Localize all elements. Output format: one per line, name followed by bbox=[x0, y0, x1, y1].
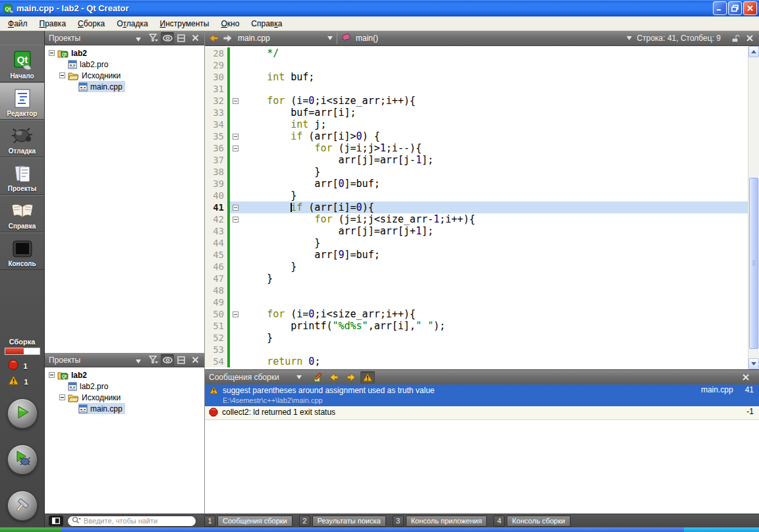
menu-item-tools[interactable]: Инструменты bbox=[154, 16, 215, 30]
tree-item-main.cpp[interactable]: main.cpp bbox=[45, 403, 204, 414]
toggle-sidebar-icon[interactable] bbox=[49, 516, 63, 526]
panel-button-4[interactable]: 4Консоль сборки bbox=[493, 516, 570, 527]
panel-dropdown-arrow-icon[interactable] bbox=[84, 32, 141, 44]
menu-item-edit[interactable]: Правка bbox=[34, 16, 72, 30]
build-message-error[interactable]: collect2: ld returned 1 exit status-1 bbox=[205, 406, 759, 420]
start-button-edge[interactable] bbox=[0, 527, 61, 532]
code-line-35[interactable]: 35 if (arr[i]>0) { bbox=[205, 130, 748, 142]
scroll-down-icon[interactable] bbox=[748, 358, 759, 369]
code-line-49[interactable]: 49 bbox=[205, 296, 748, 308]
menu-item-file[interactable]: Файл bbox=[2, 16, 34, 30]
close-output-icon[interactable] bbox=[739, 371, 753, 384]
code-line-36[interactable]: 36 for (j=i;j>1;i--){ bbox=[205, 142, 748, 154]
fold-marker-icon[interactable] bbox=[233, 146, 239, 151]
close-panel-icon[interactable] bbox=[188, 354, 202, 366]
expander-icon[interactable] bbox=[49, 50, 55, 56]
tree-item-lab2.pro[interactable]: lab2.pro bbox=[45, 59, 204, 70]
code-line-51[interactable]: 51 printf("%d%s",arr[i]," "); bbox=[205, 320, 748, 332]
code-line-34[interactable]: 34 int j; bbox=[205, 119, 748, 130]
close-panel-icon[interactable] bbox=[188, 32, 202, 44]
code-line-29[interactable]: 29 bbox=[205, 59, 748, 71]
projects-panel-title[interactable]: Проекты bbox=[49, 34, 80, 43]
minimize-button[interactable] bbox=[713, 1, 727, 15]
expander-icon[interactable] bbox=[59, 72, 65, 78]
tree-item--[interactable]: Исходники bbox=[45, 70, 204, 81]
code-line-30[interactable]: 30 int buf; bbox=[205, 71, 748, 83]
code-line-46[interactable]: 46 } bbox=[205, 261, 748, 273]
expander-icon[interactable] bbox=[59, 394, 65, 400]
sidebar-item-home[interactable]: QtНачало bbox=[0, 45, 44, 82]
sidebar-item-projects[interactable]: Проекты bbox=[0, 157, 44, 195]
next-item-icon[interactable] bbox=[344, 371, 358, 384]
fold-marker-icon[interactable] bbox=[233, 217, 239, 223]
filter-warnings-icon[interactable] bbox=[360, 371, 375, 384]
lock-icon[interactable] bbox=[729, 32, 742, 44]
filter-icon[interactable] bbox=[147, 32, 160, 44]
tree-item-main.cpp[interactable]: main.cpp bbox=[45, 81, 204, 92]
panel-dropdown-arrow-icon[interactable] bbox=[84, 354, 141, 366]
code-line-39[interactable]: 39 arr[0]=buf; bbox=[205, 178, 748, 190]
build-button[interactable] bbox=[7, 491, 38, 521]
panel-button-3[interactable]: 3Консоль приложения bbox=[393, 516, 488, 527]
sidebar-item-console[interactable]: Консоль bbox=[0, 232, 44, 270]
scroll-up-icon[interactable] bbox=[748, 46, 759, 57]
restore-button[interactable] bbox=[728, 1, 742, 15]
close-button[interactable] bbox=[743, 1, 757, 15]
build-message-warning[interactable]: suggest parentheses around assignment us… bbox=[205, 385, 759, 406]
split-icon[interactable] bbox=[175, 354, 188, 366]
sidebar-item-editor[interactable]: Редактор bbox=[0, 82, 44, 120]
menu-item-window[interactable]: Окно bbox=[215, 16, 245, 30]
menu-item-build[interactable]: Сборка bbox=[72, 16, 111, 30]
code-line-41[interactable]: 41 if (arr[i]=0){ bbox=[205, 201, 748, 213]
debug-run-button[interactable] bbox=[7, 444, 38, 475]
code-line-43[interactable]: 43 arr[j]=arr[j+1]; bbox=[205, 225, 748, 237]
sync-with-editor-icon[interactable] bbox=[161, 32, 174, 44]
scrollbar-thumb[interactable] bbox=[749, 178, 758, 349]
tree-item-lab2[interactable]: Qtlab2 bbox=[45, 369, 204, 381]
code-line-33[interactable]: 33 buf=arr[i]; bbox=[205, 107, 748, 119]
symbol-combo[interactable]: main() bbox=[341, 32, 632, 44]
code-line-38[interactable]: 38 } bbox=[205, 166, 748, 178]
sync-with-editor-icon[interactable] bbox=[161, 354, 174, 366]
forward-icon[interactable] bbox=[221, 32, 234, 44]
run-button[interactable] bbox=[7, 398, 38, 429]
code-line-42[interactable]: 42 for (j=i;j<size_arr-1;i++){ bbox=[205, 213, 748, 225]
code-line-44[interactable]: 44 } bbox=[205, 237, 748, 249]
filter-icon[interactable] bbox=[147, 354, 160, 366]
code-line-32[interactable]: 32 for (i=0;i<size_arr;i++){ bbox=[205, 95, 748, 107]
code-line-28[interactable]: 28 */ bbox=[205, 47, 748, 59]
code-line-50[interactable]: 50 for (i=0;i<size_arr;i++){ bbox=[205, 308, 748, 320]
fold-marker-icon[interactable] bbox=[233, 98, 239, 104]
editor-scrollbar[interactable] bbox=[748, 46, 759, 369]
back-icon[interactable] bbox=[208, 32, 221, 44]
tree-item-lab2[interactable]: Qtlab2 bbox=[45, 47, 204, 59]
search-input[interactable] bbox=[84, 517, 192, 525]
code-line-52[interactable]: 52 } bbox=[205, 332, 748, 344]
open-file-combo[interactable]: main.cpp bbox=[234, 34, 333, 43]
panel-button-1[interactable]: 1Сообщения сборки bbox=[204, 516, 293, 527]
code-line-45[interactable]: 45 arr[9]=buf; bbox=[205, 249, 748, 261]
fold-marker-icon[interactable] bbox=[233, 205, 239, 211]
locator-search[interactable] bbox=[67, 516, 196, 527]
output-pane-title[interactable]: Сообщения сборки bbox=[209, 373, 279, 382]
sidebar-item-help[interactable]: Справка bbox=[0, 195, 44, 232]
fold-marker-icon[interactable] bbox=[233, 311, 239, 317]
fold-marker-icon[interactable] bbox=[233, 134, 239, 140]
code-line-48[interactable]: 48 bbox=[205, 284, 748, 296]
chevron-down-icon[interactable] bbox=[296, 374, 302, 381]
warning-count[interactable]: 1 bbox=[8, 375, 37, 388]
panel-button-2[interactable]: 2Результаты поиска bbox=[299, 516, 386, 527]
close-editor-icon[interactable] bbox=[743, 32, 756, 44]
previous-item-icon[interactable] bbox=[327, 371, 342, 384]
code-editor[interactable]: 28 */2930 int buf;3132 for (i=0;i<size_a… bbox=[205, 46, 759, 369]
clear-output-icon[interactable] bbox=[311, 371, 325, 384]
code-line-31[interactable]: 31 bbox=[205, 83, 748, 95]
error-count[interactable]: 1 bbox=[8, 359, 37, 373]
tree-item-lab2.pro[interactable]: lab2.pro bbox=[45, 381, 204, 392]
tree-item--[interactable]: Исходники bbox=[45, 392, 204, 403]
sidebar-item-debug[interactable]: Отладка bbox=[0, 120, 44, 157]
code-line-40[interactable]: 40 } bbox=[205, 190, 748, 201]
code-line-47[interactable]: 47 } bbox=[205, 273, 748, 284]
menu-item-debug[interactable]: Отладка bbox=[111, 16, 154, 30]
code-line-54[interactable]: 54 return 0; bbox=[205, 356, 748, 367]
